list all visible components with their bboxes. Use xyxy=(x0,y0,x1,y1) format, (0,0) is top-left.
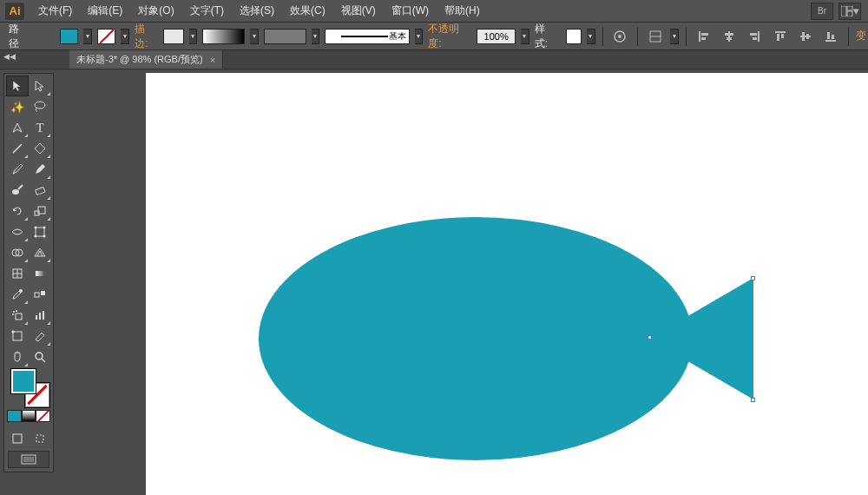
stroke-style[interactable] xyxy=(264,29,306,44)
work-area[interactable] xyxy=(61,69,868,495)
panel-collapse-icon[interactable]: ◀◀ xyxy=(3,52,16,61)
brush-dropdown[interactable]: ▾ xyxy=(415,29,424,44)
lasso-tool[interactable] xyxy=(29,96,51,117)
align-bottom-icon[interactable] xyxy=(821,27,841,46)
align-panel-icon[interactable] xyxy=(645,27,665,46)
column-graph-tool[interactable] xyxy=(29,305,51,326)
line-segment-tool[interactable] xyxy=(6,138,29,159)
eraser-tool[interactable] xyxy=(29,180,51,201)
menu-object[interactable]: 对象(O) xyxy=(131,1,181,21)
opacity-label[interactable]: 不透明度: xyxy=(428,22,471,51)
ellipse-shape[interactable] xyxy=(259,217,693,460)
brush-line-icon xyxy=(341,36,393,37)
svg-rect-53 xyxy=(43,311,44,320)
stroke-label[interactable]: 描边: xyxy=(135,22,158,51)
blend-tool[interactable] xyxy=(29,284,51,305)
draw-behind-icon[interactable] xyxy=(29,428,51,449)
rotate-tool[interactable] xyxy=(6,201,29,221)
perspective-grid-tool[interactable] xyxy=(29,242,51,263)
align-top-icon[interactable] xyxy=(770,27,790,46)
fill-color-swatch[interactable] xyxy=(11,369,36,393)
free-transform-tool[interactable] xyxy=(29,221,51,242)
symbol-sprayer-tool[interactable] xyxy=(6,305,29,326)
fill-stroke-picker[interactable] xyxy=(6,367,51,409)
graphic-style-swatch[interactable] xyxy=(566,29,582,44)
svg-point-34 xyxy=(35,227,37,229)
recolor-artwork-icon[interactable] xyxy=(610,27,630,46)
svg-rect-2 xyxy=(847,11,852,16)
fill-swatch[interactable] xyxy=(60,29,78,44)
stroke-style-dropdown[interactable]: ▾ xyxy=(312,29,320,44)
brush-definition[interactable]: 基本 xyxy=(325,29,409,44)
opacity-input[interactable]: 100% xyxy=(477,29,516,44)
svg-rect-30 xyxy=(36,187,45,195)
stroke-swatch[interactable] xyxy=(97,29,115,44)
path-anchor[interactable] xyxy=(648,335,652,340)
transform-label[interactable]: 变 xyxy=(856,29,868,43)
color-mode-none[interactable] xyxy=(36,410,50,422)
artboard[interactable] xyxy=(146,73,868,495)
menu-right-group: Br ▾ xyxy=(811,3,868,20)
type-tool[interactable]: T xyxy=(29,117,51,138)
fill-dropdown[interactable]: ▾ xyxy=(83,29,92,44)
stroke-profile[interactable] xyxy=(202,29,245,44)
align-dropdown[interactable]: ▾ xyxy=(670,29,679,44)
width-tool[interactable] xyxy=(6,221,29,242)
menu-select[interactable]: 选择(S) xyxy=(233,1,281,21)
bridge-button[interactable]: Br xyxy=(811,3,833,20)
document-tab[interactable]: 未标题-3* @ 98% (RGB/预览) × xyxy=(69,50,223,69)
pencil-tool[interactable] xyxy=(29,159,51,180)
direct-selection-tool[interactable] xyxy=(29,76,51,96)
align-right-icon[interactable] xyxy=(745,27,765,46)
blob-brush-tool[interactable] xyxy=(6,180,29,201)
svg-rect-1 xyxy=(847,6,852,10)
color-mode-row xyxy=(6,409,51,423)
menu-effect[interactable]: 效果(C) xyxy=(283,1,332,21)
chevron-down-icon: ▾ xyxy=(853,5,859,16)
stroke-weight-dropdown[interactable]: ▾ xyxy=(189,29,198,44)
style-dropdown[interactable]: ▾ xyxy=(587,29,595,44)
align-hcenter-icon[interactable] xyxy=(719,27,739,46)
align-vcenter-icon[interactable] xyxy=(795,27,815,46)
shape-builder-tool[interactable] xyxy=(6,242,29,263)
svg-point-28 xyxy=(12,189,19,195)
screen-mode-button[interactable] xyxy=(8,451,49,468)
menu-edit[interactable]: 编辑(E) xyxy=(81,1,129,21)
svg-rect-43 xyxy=(36,271,44,276)
menu-type[interactable]: 文字(T) xyxy=(183,1,231,21)
path-anchor[interactable] xyxy=(751,276,755,280)
arrange-docs-button[interactable]: ▾ xyxy=(838,3,861,20)
menu-view[interactable]: 视图(V) xyxy=(334,1,383,21)
color-mode-solid[interactable] xyxy=(7,410,22,422)
mesh-tool[interactable] xyxy=(6,263,29,284)
artboard-tool[interactable] xyxy=(6,326,29,346)
draw-normal-icon[interactable] xyxy=(6,428,29,449)
triangle-shape[interactable] xyxy=(649,278,753,399)
color-mode-gradient[interactable] xyxy=(22,410,36,422)
document-tab-strip: 未标题-3* @ 98% (RGB/预览) × xyxy=(0,50,868,69)
slice-tool[interactable] xyxy=(29,326,51,346)
selection-tool[interactable] xyxy=(6,76,29,96)
hand-tool[interactable] xyxy=(6,346,29,367)
app-logo: Ai xyxy=(5,3,24,20)
opacity-dropdown[interactable]: ▾ xyxy=(521,29,529,44)
zoom-tool[interactable] xyxy=(29,346,51,367)
align-left-icon[interactable] xyxy=(694,27,713,46)
menu-file[interactable]: 文件(F) xyxy=(31,1,79,21)
path-anchor[interactable] xyxy=(751,398,755,402)
pen-tool[interactable] xyxy=(6,117,29,138)
menu-help[interactable]: 帮助(H) xyxy=(437,1,487,21)
svg-point-36 xyxy=(35,235,37,238)
stroke-weight-input[interactable] xyxy=(163,29,184,44)
close-tab-button[interactable]: × xyxy=(210,55,215,65)
eyedropper-tool[interactable] xyxy=(6,284,29,305)
svg-rect-62 xyxy=(23,457,34,462)
rectangle-tool[interactable] xyxy=(29,138,51,159)
stroke-dropdown[interactable]: ▾ xyxy=(121,29,129,44)
scale-tool[interactable] xyxy=(29,201,51,221)
magic-wand-tool[interactable]: ✨ xyxy=(6,96,29,117)
menu-window[interactable]: 窗口(W) xyxy=(385,1,436,21)
paintbrush-tool[interactable] xyxy=(6,159,29,180)
gradient-tool[interactable] xyxy=(29,263,51,284)
stroke-profile-dropdown[interactable]: ▾ xyxy=(250,29,259,44)
